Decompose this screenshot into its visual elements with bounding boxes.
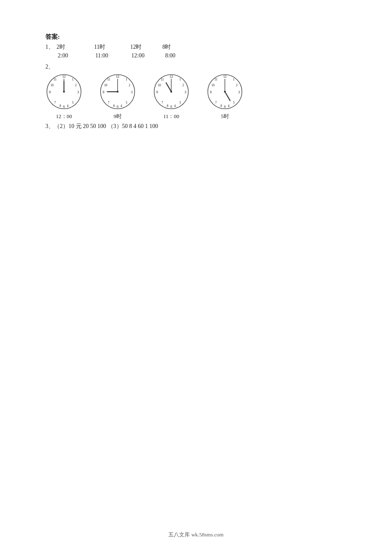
svg-text:5: 5 — [72, 101, 74, 104]
section2-label: 2、 — [45, 63, 347, 71]
svg-text:9: 9 — [49, 90, 51, 94]
clock-900-svg: 12 3 6 9 1 2 5 4 11 10 7 8 — [99, 73, 136, 110]
section1-items-label: 2时 11时 12时 8时 — [57, 43, 171, 51]
svg-text:9: 9 — [156, 90, 158, 94]
svg-text:8: 8 — [167, 104, 168, 108]
svg-text:6: 6 — [117, 105, 118, 109]
svg-point-15 — [63, 91, 65, 93]
svg-text:12: 12 — [223, 75, 227, 78]
svg-point-47 — [170, 91, 172, 93]
svg-text:2: 2 — [129, 84, 130, 87]
clock-1200-label: 12：00 — [56, 113, 72, 120]
svg-text:10: 10 — [104, 84, 108, 87]
svg-text:3: 3 — [77, 90, 79, 94]
section1-label: 1、 — [45, 43, 54, 51]
svg-text:5: 5 — [126, 101, 128, 104]
svg-text:10: 10 — [51, 84, 54, 87]
svg-text:9: 9 — [103, 90, 104, 94]
section1-times: 2:00 11:00 12:00 8:00 — [45, 52, 347, 59]
svg-text:5: 5 — [233, 101, 235, 104]
svg-text:3: 3 — [238, 90, 240, 94]
svg-text:4: 4 — [174, 104, 176, 108]
svg-text:4: 4 — [67, 104, 68, 108]
svg-text:4: 4 — [228, 104, 229, 108]
clocks-row: 12 3 6 9 1 2 5 4 11 10 7 8 12：00 — [45, 73, 347, 120]
svg-text:11: 11 — [215, 78, 217, 81]
clock-500: 12 3 6 9 1 2 5 4 11 10 7 8 5时 — [206, 73, 243, 120]
clock-900: 12 3 6 9 1 2 5 4 11 10 7 8 9时 — [99, 73, 136, 120]
svg-text:3: 3 — [131, 90, 132, 94]
svg-text:5: 5 — [179, 101, 181, 104]
svg-text:2: 2 — [236, 84, 238, 87]
clock-500-label: 5时 — [221, 113, 229, 120]
svg-text:1: 1 — [72, 78, 74, 81]
clock-500-svg: 12 3 6 9 1 2 5 4 11 10 7 8 — [206, 73, 243, 110]
clock-1100-label: 11：00 — [163, 113, 179, 120]
svg-text:2: 2 — [75, 84, 77, 87]
svg-text:1: 1 — [126, 78, 128, 81]
svg-text:4: 4 — [120, 104, 122, 108]
section3-text: 3、（2）10 元 20 50 100 （3）50 8 4 60 1 100 — [45, 123, 347, 130]
svg-text:12: 12 — [170, 75, 173, 78]
svg-text:2: 2 — [182, 84, 184, 87]
svg-text:7: 7 — [215, 101, 217, 104]
svg-text:8: 8 — [113, 104, 115, 108]
answer-title: 答案: — [45, 33, 347, 41]
svg-text:6: 6 — [63, 105, 65, 109]
clock-1200: 12 3 6 9 1 2 5 4 11 10 7 8 12：00 — [45, 73, 83, 120]
clock-1100: 12 3 6 9 1 2 5 4 11 10 7 8 11：00 — [153, 73, 190, 120]
clock-1200-svg: 12 3 6 9 1 2 5 4 11 10 7 8 — [45, 73, 83, 110]
svg-point-63 — [224, 91, 226, 93]
svg-text:3: 3 — [184, 90, 186, 94]
svg-text:6: 6 — [170, 105, 172, 109]
svg-text:7: 7 — [108, 101, 110, 104]
svg-text:12: 12 — [62, 75, 66, 78]
svg-text:10: 10 — [158, 84, 161, 87]
svg-text:12: 12 — [116, 75, 119, 78]
svg-text:11: 11 — [107, 78, 110, 81]
clock-900-label: 9时 — [113, 113, 122, 120]
svg-text:1: 1 — [179, 78, 181, 81]
svg-text:1: 1 — [233, 78, 235, 81]
svg-text:6: 6 — [224, 105, 226, 109]
svg-point-31 — [117, 91, 119, 93]
svg-text:7: 7 — [162, 101, 163, 104]
svg-text:11: 11 — [54, 78, 57, 81]
clock-1100-svg: 12 3 6 9 1 2 5 4 11 10 7 8 — [153, 73, 190, 110]
svg-text:11: 11 — [161, 78, 164, 81]
footer-text: 五八文库 wk.58sms.com — [0, 531, 392, 538]
svg-text:10: 10 — [212, 84, 215, 87]
svg-text:7: 7 — [54, 101, 56, 104]
svg-text:8: 8 — [59, 104, 61, 108]
svg-text:8: 8 — [220, 104, 222, 108]
svg-text:9: 9 — [210, 90, 212, 94]
